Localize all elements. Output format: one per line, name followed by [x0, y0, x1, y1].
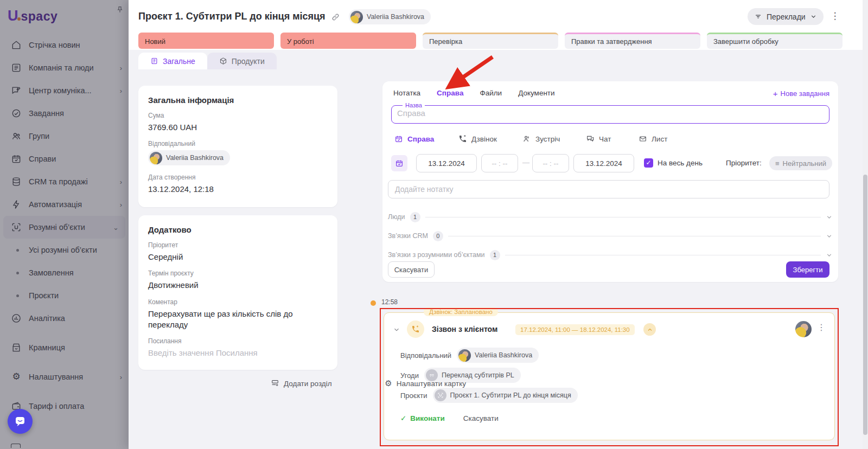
avatar — [458, 349, 471, 362]
chevron-down-icon[interactable] — [826, 252, 833, 259]
stage-review[interactable]: Перевірка — [423, 33, 558, 49]
phone-icon — [458, 134, 467, 143]
chevron-down-icon[interactable] — [826, 233, 833, 240]
additional-card: Додатково Пріоритет Середній Термін проє… — [138, 215, 337, 370]
sidebar-dim-overlay — [0, 0, 129, 449]
type-label: Зустріч — [535, 135, 560, 143]
all-day-label: На весь день — [658, 159, 703, 167]
tab-label: Продукти — [232, 57, 265, 66]
tab-files[interactable]: Файли — [480, 89, 502, 97]
stage-label: Новий — [145, 37, 165, 46]
name-field-label: Назва — [403, 102, 425, 108]
dash-separator: — — [522, 158, 529, 166]
scrollbar-thumb[interactable] — [863, 175, 867, 435]
cancel-activity-button[interactable]: Скасувати — [463, 414, 499, 422]
chevron-down-icon[interactable] — [826, 214, 833, 221]
field-label: Відповідальний — [148, 140, 328, 147]
section-people[interactable]: Люди 1 — [388, 211, 833, 222]
deal-name: Переклад субтитрів PL — [442, 371, 514, 379]
configure-card-button[interactable]: ⚙ Налаштувати картку — [385, 379, 466, 388]
more-menu-icon[interactable]: ⋮ — [817, 322, 826, 332]
project-chip[interactable]: Проєкт 1. Субтитри PL до кінця місяця — [433, 388, 578, 403]
stage-finish[interactable]: Завершити обробку — [707, 33, 843, 49]
calendar-icon — [395, 159, 404, 168]
calendar-button[interactable] — [391, 155, 407, 171]
copy-link-icon[interactable] — [331, 12, 340, 22]
complete-button[interactable]: ✓ Виконати — [400, 414, 445, 422]
all-day-checkbox[interactable]: ✓ — [644, 158, 653, 168]
card-title: Загальна інформація — [138, 86, 337, 105]
time-from-input[interactable]: -- : -- — [481, 154, 518, 172]
field-label: Посилання — [148, 337, 328, 345]
more-menu-icon[interactable]: ⋮ — [828, 9, 841, 23]
section-label: Люди — [388, 213, 405, 221]
stage-pipeline: Новий У роботі Перевірка Правки та затве… — [138, 33, 843, 49]
card-title: Додатково — [138, 215, 337, 234]
view-selector-label: Переклади — [767, 12, 806, 21]
tab-note[interactable]: Нотатка — [393, 89, 420, 97]
stage-in-progress[interactable]: У роботі — [280, 33, 416, 49]
box-icon — [219, 57, 227, 65]
type-label: Дзвінок — [471, 135, 497, 143]
date-from-input[interactable]: 13.12.2024 — [416, 154, 477, 172]
section-label: Зв’язки з розумними об’єктами — [388, 251, 485, 259]
type-call[interactable]: Дзвінок — [458, 134, 497, 143]
stage-label: У роботі — [287, 37, 314, 46]
type-email[interactable]: Лист — [639, 134, 667, 143]
field-label: Дата створення — [148, 174, 328, 181]
section-crm-links[interactable]: Зв’язки CRM 0 — [388, 230, 833, 241]
responsible-chip[interactable]: Valeriia Bashkirova — [457, 348, 539, 363]
stage-label: Правки та затвердження — [571, 37, 652, 46]
new-task-label: Нове завдання — [781, 89, 829, 98]
call-responsible-row: Відповідальний Valeriia Bashkirova — [400, 348, 539, 363]
section-label: Зв’язки CRM — [388, 232, 428, 240]
stage-new[interactable]: Новий — [138, 33, 274, 49]
responsible-name: Valeriia Bashkirova — [166, 154, 224, 162]
support-chat-button[interactable] — [8, 409, 33, 434]
call-activity-card: Дзвінок: Заплановано Зізвон з клієнтом 1… — [384, 312, 835, 440]
time-to-input[interactable]: -- : -- — [532, 154, 569, 172]
tab-products[interactable]: Продукти — [207, 53, 277, 69]
priority-value: Нейтральний — [783, 159, 826, 168]
person-icon — [522, 134, 531, 143]
plus-icon: + — [773, 89, 778, 98]
type-meeting[interactable]: Зустріч — [522, 134, 560, 143]
tab-documents[interactable]: Документи — [518, 89, 554, 97]
activity-name-input[interactable] — [397, 108, 824, 118]
link-input[interactable]: Введіть значення Посилання — [148, 348, 328, 358]
type-chat[interactable]: Чат — [586, 134, 611, 143]
type-activity[interactable]: Справа — [394, 134, 434, 143]
add-section-label: Додати розділ — [284, 380, 332, 388]
priority-select[interactable]: ≡ Нейтральний — [769, 156, 832, 170]
chat-icon — [586, 134, 595, 143]
scrollbar[interactable] — [863, 0, 868, 449]
responsible-chip[interactable]: Valeriia Bashkirova — [148, 150, 230, 165]
stage-edits-approval[interactable]: Правки та затвердження — [565, 33, 700, 49]
timeline-time: 12:58 — [381, 298, 398, 306]
row-label: Проєкти — [400, 392, 427, 400]
chevron-down-icon[interactable] — [393, 326, 400, 333]
section-smart-object-links[interactable]: Зв’язки з розумними об’єктами 1 — [388, 249, 833, 260]
type-label: Справа — [407, 135, 434, 143]
save-button[interactable]: Зберегти — [786, 261, 829, 278]
cancel-button[interactable]: Скасувати — [388, 261, 435, 278]
tab-general[interactable]: Загальне — [138, 53, 207, 69]
activity-name-field[interactable]: Назва — [391, 102, 829, 124]
add-section-button[interactable]: Додати розділ — [271, 379, 332, 388]
note-input[interactable]: Додайте нотатку — [388, 180, 829, 198]
owner-chip[interactable]: Valeriia Bashkirova — [349, 9, 431, 24]
field-label: Коментар — [148, 298, 328, 306]
type-label: Чат — [599, 135, 611, 143]
new-task-button[interactable]: + Нове завдання — [773, 89, 829, 98]
add-section-icon — [271, 379, 279, 388]
view-tabs: Загальне Продукти — [138, 53, 277, 69]
complete-label: Виконати — [410, 414, 444, 422]
view-selector[interactable]: Переклади — [748, 8, 824, 25]
type-label: Лист — [652, 135, 667, 143]
collapse-button[interactable] — [643, 323, 656, 336]
stage-label: Перевірка — [429, 37, 462, 46]
call-projects-row: Проєкти Проєкт 1. Субтитри PL до кінця м… — [400, 388, 578, 403]
tab-activity[interactable]: Справа — [437, 89, 463, 97]
date-to-input[interactable]: 13.12.2024 — [573, 154, 634, 172]
configure-card-label: Налаштувати картку — [397, 380, 466, 388]
